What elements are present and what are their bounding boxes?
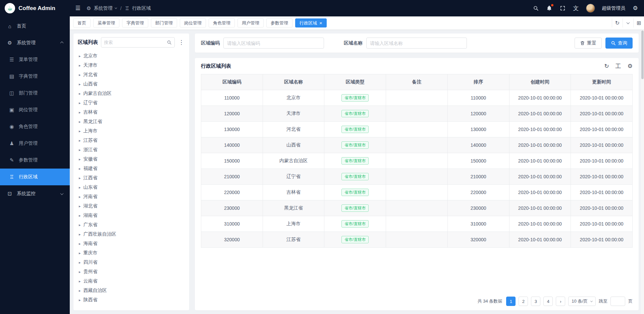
table-row[interactable]: 140000山西省省市/直辖市1400002020-10-01 00:00:00… [201, 137, 633, 153]
caret-right-icon[interactable]: ▸ [79, 232, 81, 237]
next-page-button[interactable]: › [556, 297, 565, 306]
caret-right-icon[interactable]: ▸ [79, 279, 81, 284]
caret-right-icon[interactable]: ▸ [79, 176, 81, 180]
caret-right-icon[interactable]: ▸ [79, 242, 81, 246]
tree-item[interactable]: ▸江西省 [78, 173, 185, 183]
table-row[interactable]: 320000江苏省省市/直辖市3200002020-10-01 00:00:00… [201, 232, 633, 248]
caret-right-icon[interactable]: ▸ [79, 110, 81, 115]
caret-right-icon[interactable]: ▸ [79, 63, 81, 68]
tree-search-box[interactable] [101, 37, 175, 48]
caret-right-icon[interactable]: ▸ [79, 54, 81, 58]
caret-right-icon[interactable]: ▸ [79, 251, 81, 255]
tree-item[interactable]: ▸辽宁省 [78, 98, 185, 108]
tab-options-icon[interactable] [623, 18, 633, 27]
table-row[interactable]: 110000北京市省市/直辖市1100002020-10-01 00:00:00… [201, 90, 633, 106]
page-button-2[interactable]: 2 [519, 297, 528, 306]
table-row[interactable]: 130000河北省省市/直辖市1300002020-10-01 00:00:00… [201, 122, 633, 137]
tree-item[interactable]: ▸吉林省 [78, 108, 185, 117]
tree-item[interactable]: ▸浙江省 [78, 145, 185, 154]
caret-right-icon[interactable]: ▸ [79, 185, 81, 190]
tree-item[interactable]: ▸黑龙江省 [78, 117, 185, 126]
page-scrollbar[interactable] [641, 30, 644, 314]
table-row[interactable]: 150000内蒙古自治区省市/直辖市1500002020-10-01 00:00… [201, 153, 633, 169]
page-button-4[interactable]: 4 [543, 297, 553, 306]
caret-right-icon[interactable]: ▸ [79, 289, 81, 293]
tree-item[interactable]: ▸云南省 [78, 276, 185, 286]
caret-right-icon[interactable]: ▸ [79, 298, 81, 302]
tree-item[interactable]: ▸河南省 [78, 192, 185, 201]
menu-fold-icon[interactable]: ☰ [74, 5, 81, 12]
sidebar-item-menu-management[interactable]: ☰菜单管理 [0, 51, 70, 68]
sidebar-item-role-management[interactable]: ◉角色管理 [0, 118, 70, 135]
caret-right-icon[interactable]: ▸ [79, 213, 81, 218]
avatar[interactable] [586, 4, 595, 13]
tree-item[interactable]: ▸四川省 [78, 258, 185, 267]
tree-item[interactable]: ▸贵州省 [78, 267, 185, 276]
table-row[interactable]: 230000黑龙江省省市/直辖市2300002020-10-01 00:00:0… [201, 200, 633, 216]
tree-search-input[interactable] [104, 40, 165, 45]
region-code-input[interactable] [223, 38, 324, 49]
tree-item[interactable]: ▸安徽省 [78, 154, 185, 164]
tree-item[interactable]: ▸广东省 [78, 220, 185, 230]
tree-item[interactable]: ▸湖南省 [78, 211, 185, 220]
tab-admin-region[interactable]: 行政区域× [295, 18, 327, 27]
sidebar-item-home[interactable]: ⌂首页 [0, 18, 70, 35]
tab-param-management[interactable]: 参数管理 [266, 18, 292, 27]
tree-item[interactable]: ▸海南省 [78, 239, 185, 248]
tree-item[interactable]: ▸北京市 [78, 51, 185, 61]
tree-item[interactable]: ▸山西省 [78, 79, 185, 89]
sidebar-item-admin-region[interactable]: ♖行政区域 [0, 169, 70, 185]
tree-item[interactable]: ▸湖北省 [78, 201, 185, 211]
table-row[interactable]: 220000吉林省省市/直辖市2200002020-10-01 00:00:00… [201, 185, 633, 200]
tree-item[interactable]: ▸上海市 [78, 126, 185, 136]
caret-right-icon[interactable]: ▸ [79, 82, 81, 86]
sidebar-item-param-management[interactable]: ✎参数管理 [0, 152, 70, 169]
sidebar-item-system-management[interactable]: ⚙系统管理 [0, 35, 70, 51]
user-name[interactable]: 超级管理员 [602, 5, 625, 11]
table-row[interactable]: 210000辽宁省省市/直辖市2100002020-10-01 00:00:00… [201, 169, 633, 185]
region-name-input[interactable] [366, 38, 467, 49]
tab-dict-management[interactable]: 字典管理 [122, 18, 148, 27]
caret-right-icon[interactable]: ▸ [79, 101, 81, 105]
caret-right-icon[interactable]: ▸ [79, 260, 81, 265]
sidebar-item-system-monitor[interactable]: ⊡系统监控 [0, 185, 70, 202]
caret-right-icon[interactable]: ▸ [79, 148, 81, 152]
bell-icon[interactable] [546, 5, 552, 12]
tree-item[interactable]: ▸内蒙古自治区 [78, 89, 185, 98]
tree-item[interactable]: ▸广西壮族自治区 [78, 230, 185, 239]
sidebar-item-post-management[interactable]: ▣岗位管理 [0, 102, 70, 118]
refresh-tabs-icon[interactable]: ↻ [612, 18, 623, 27]
tab-dept-management[interactable]: 部门管理 [151, 18, 177, 27]
tree-item[interactable]: ▸西藏自治区 [78, 286, 185, 295]
tree-item[interactable]: ▸江苏省 [78, 136, 185, 145]
refresh-table-icon[interactable]: ↻ [604, 63, 609, 69]
tab-role-management[interactable]: 角色管理 [209, 18, 235, 27]
search-icon[interactable] [532, 5, 539, 12]
layout-toggle-icon[interactable]: ⊞ [633, 18, 644, 27]
tree-item[interactable]: ▸天津市 [78, 61, 185, 70]
sidebar-item-dict-management[interactable]: ▤字典管理 [0, 68, 70, 85]
sidebar-item-user-management[interactable]: ♟用户管理 [0, 135, 70, 152]
tree-item[interactable]: ▸福建省 [78, 164, 185, 173]
fullscreen-icon[interactable] [559, 5, 566, 12]
jump-page-input[interactable] [610, 297, 625, 306]
page-button-3[interactable]: 3 [531, 297, 540, 306]
caret-right-icon[interactable]: ▸ [79, 223, 81, 227]
density-icon[interactable]: 工 [615, 63, 621, 69]
page-button-1[interactable]: 1 [506, 297, 516, 306]
caret-right-icon[interactable]: ▸ [79, 167, 81, 171]
table-row[interactable]: 120000天津市省市/直辖市1200002020-10-01 00:00:00… [201, 106, 633, 122]
tab-home[interactable]: 首页 [73, 18, 91, 27]
tree-item[interactable]: ▸陕西省 [78, 295, 185, 305]
column-settings-icon[interactable]: ⚙ [628, 63, 633, 69]
caret-right-icon[interactable]: ▸ [79, 195, 81, 199]
tree-item[interactable]: ▸甘肃省 [78, 305, 185, 307]
sidebar-item-dept-management[interactable]: ◫部门管理 [0, 85, 70, 102]
settings-gear-icon[interactable]: ⚙ [632, 5, 639, 12]
caret-right-icon[interactable]: ▸ [79, 204, 81, 208]
table-row[interactable]: 310000上海市省市/直辖市3100002020-10-01 00:00:00… [201, 216, 633, 232]
tab-post-management[interactable]: 岗位管理 [180, 18, 206, 27]
caret-right-icon[interactable]: ▸ [79, 73, 81, 77]
caret-right-icon[interactable]: ▸ [79, 120, 81, 124]
tab-user-management[interactable]: 用户管理 [237, 18, 264, 27]
